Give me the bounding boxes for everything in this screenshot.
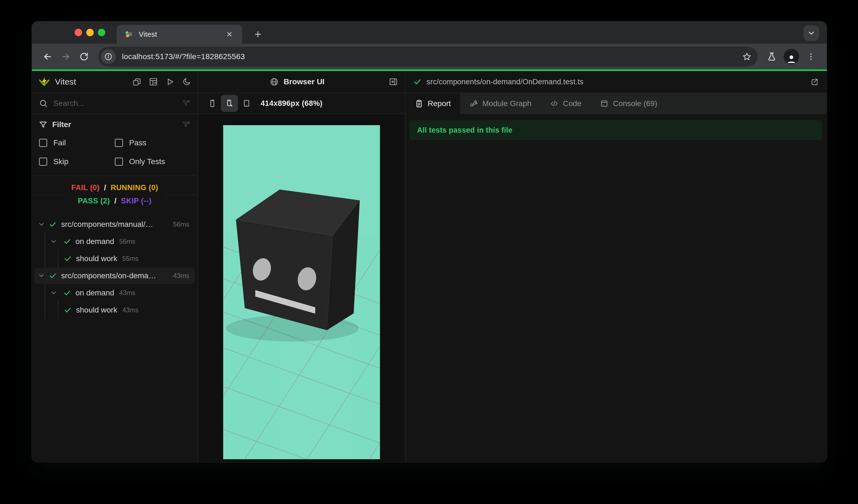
checkbox[interactable] (39, 139, 47, 147)
indent-guide (45, 284, 45, 302)
funnel-icon (39, 120, 47, 129)
console-icon (600, 99, 608, 108)
tab-close-icon[interactable] (224, 29, 235, 40)
test-file-row[interactable]: src/components/on-dema…43ms (34, 268, 195, 284)
search-input[interactable]: Search... (53, 99, 182, 108)
checkbox[interactable] (115, 139, 123, 147)
filter-checkbox-only-tests[interactable]: Only Tests (115, 157, 190, 166)
tab-report-label: Report (428, 99, 451, 108)
test-tree: src/components/manual/…56mson demand56ms… (32, 213, 197, 462)
site-info-icon[interactable] (101, 49, 116, 64)
summary-segment: SKIP (--) (121, 197, 152, 205)
vitest-ui: Vitest (32, 71, 827, 462)
report-clipboard-icon (415, 99, 423, 108)
test-label: src/components/manual/… (61, 220, 153, 229)
window-close-button[interactable] (75, 29, 82, 36)
viewport-size-label: 414x896px (68%) (261, 99, 322, 108)
all-tests-passed-banner: All tests passed in this file (409, 120, 822, 140)
back-button[interactable] (39, 49, 55, 65)
test-duration: 43ms (119, 289, 136, 297)
clear-filter-icon[interactable] (182, 99, 190, 108)
test-suite-row[interactable]: on demand56ms (34, 233, 195, 249)
report-body: All tests passed in this file (406, 114, 827, 462)
device-phone-icon[interactable] (204, 95, 221, 112)
forward-button[interactable] (58, 49, 74, 65)
window-minimize-button[interactable] (86, 29, 94, 36)
test-case-row[interactable]: should work55ms (34, 250, 195, 267)
device-tablet-icon[interactable] (238, 95, 255, 112)
code-icon (550, 99, 558, 108)
url-text[interactable]: localhost:5173/#/?file=1828625563 (122, 52, 245, 61)
test-label: should work (76, 254, 117, 263)
dark-mode-moon-icon[interactable] (182, 77, 191, 86)
indent-guide (45, 249, 45, 268)
browser-toolbar: localhost:5173/#/?file=1828625563 (32, 44, 827, 69)
indent-guide (58, 249, 58, 268)
tab-code[interactable]: Code (541, 93, 591, 114)
clear-filter-icon[interactable] (182, 120, 190, 129)
tab-console[interactable]: Console (69) (591, 93, 666, 114)
chevron-down-icon[interactable] (38, 221, 45, 228)
indent-guide (58, 301, 58, 319)
banner-text: All tests passed in this file (417, 126, 512, 134)
sidebar-header: Vitest (32, 71, 197, 93)
filter-options: FailPassSkipOnly Tests (39, 139, 190, 166)
browser-preview-area (198, 114, 405, 462)
filter-checkbox-skip[interactable]: Skip (39, 157, 115, 166)
profile-avatar[interactable] (784, 49, 799, 64)
filter-heading: Filter (52, 120, 71, 129)
test-file-row[interactable]: src/components/manual/…56ms (34, 216, 195, 232)
tab-module-graph-label: Module Graph (482, 99, 531, 108)
filter-checkbox-fail[interactable]: Fail (39, 139, 115, 147)
tab-title: Vitest (139, 30, 157, 39)
test-case-row[interactable]: should work43ms (34, 302, 195, 318)
chevron-down-icon[interactable] (38, 272, 45, 279)
browser-ui-header: Browser UI (198, 71, 405, 93)
module-graph-icon (470, 99, 478, 108)
chevron-down-icon[interactable] (50, 289, 57, 296)
browser-ui-title: Browser UI (284, 77, 324, 86)
bookmark-star-icon[interactable] (742, 52, 751, 61)
run-all-play-icon[interactable] (165, 77, 174, 86)
experiments-flask-icon[interactable] (764, 49, 780, 65)
new-tab-button[interactable] (251, 27, 265, 42)
filter-checkbox-pass[interactable]: Pass (115, 139, 190, 147)
indent-guide (45, 301, 45, 319)
device-phone-plus-icon[interactable] (221, 95, 238, 112)
test-file-path: src/components/on-demand/OnDemand.test.t… (427, 78, 584, 86)
tab-module-graph[interactable]: Module Graph (460, 93, 541, 114)
vitest-favicon-icon (124, 30, 133, 39)
browser-tab[interactable]: Vitest (117, 25, 242, 44)
summary-segment: / (112, 197, 119, 205)
sidebar: Vitest (32, 71, 198, 462)
pass-check-icon (49, 272, 57, 280)
tab-search-button[interactable] (804, 26, 819, 41)
pass-check-icon (63, 238, 71, 245)
report-tab-bar: Report Module Graph Code (406, 93, 827, 114)
checkbox-label: Pass (129, 139, 146, 147)
reload-button[interactable] (76, 49, 92, 65)
report-panel: src/components/on-demand/OnDemand.test.t… (406, 71, 827, 462)
test-suite-row[interactable]: on demand43ms (34, 285, 195, 301)
browser-menu-kebab-icon[interactable] (803, 49, 819, 65)
checkbox[interactable] (115, 158, 123, 166)
checkbox[interactable] (39, 158, 47, 166)
pass-check-icon (64, 255, 72, 262)
test-summary: FAIL (0) / RUNNING (0) PASS (2) / SKIP (… (32, 176, 197, 213)
panel-expand-icon[interactable] (389, 77, 398, 86)
tested-page-viewport[interactable] (223, 125, 380, 459)
tab-report[interactable]: Report (406, 93, 460, 114)
ui-windows-toggle-icon[interactable] (132, 77, 141, 86)
test-duration: 56ms (119, 238, 136, 245)
chevron-down-icon[interactable] (50, 238, 57, 245)
address-bar[interactable]: localhost:5173/#/?file=1828625563 (98, 47, 758, 67)
window-zoom-button[interactable] (98, 29, 105, 36)
summary-segment: RUNNING (0) (111, 183, 158, 192)
dashboard-icon[interactable] (149, 77, 158, 86)
search-bar[interactable]: Search... (32, 93, 197, 114)
test-duration: 55ms (122, 255, 139, 262)
pass-check-icon (64, 306, 72, 314)
open-external-icon[interactable] (810, 77, 819, 86)
threejs-cube-scene (223, 125, 380, 459)
pass-check-icon (63, 289, 71, 297)
